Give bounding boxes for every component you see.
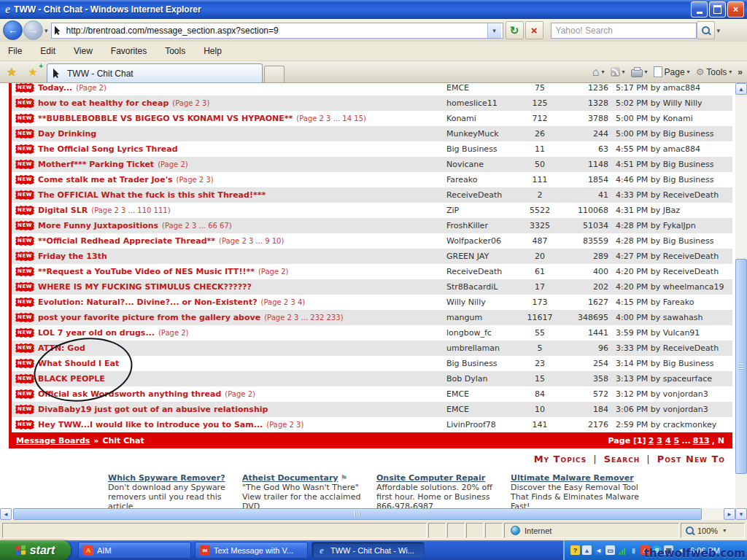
topic-page-links[interactable]: (Page 2 3) [266, 421, 303, 429]
menu-item-favorites[interactable]: Favorites [109, 44, 149, 58]
horizontal-scrollbar[interactable]: ◄ ► [0, 508, 735, 520]
url-dropdown-button[interactable]: ▾ [487, 23, 501, 38]
pagination-next[interactable]: , N [712, 436, 724, 446]
refresh-button[interactable]: ↻ [506, 21, 524, 39]
action-post-new-to[interactable]: Post New To [657, 454, 725, 464]
topic-title[interactable]: DivaBaby19 just got out of an abusive re… [38, 405, 268, 414]
url-input[interactable] [65, 25, 487, 36]
maximize-button[interactable] [709, 1, 726, 18]
topic-page-links[interactable]: (Page 2 3 ... 110 111) [91, 206, 170, 214]
horizontal-scroll-thumb[interactable] [13, 508, 702, 520]
favorites-center-button[interactable]: ★ [3, 63, 20, 81]
topic-page-links[interactable]: (Page 2 3 4) [261, 298, 306, 306]
topic-title[interactable]: The OFFICIAL What the fuck is this shit … [38, 190, 266, 200]
topic-title[interactable]: The Official Song Lyrics Thread [38, 144, 178, 154]
topic-title[interactable]: Friday the 13th [38, 252, 107, 261]
taskbar-task[interactable]: e TWW - Chit Chat - Wi... [311, 542, 425, 559]
menu-item-tools[interactable]: Tools [163, 44, 187, 58]
start-button[interactable]: start [0, 540, 71, 560]
safely-remove-icon[interactable]: ◄ [594, 545, 603, 555]
toolbar-overflow-chevron[interactable]: » [738, 67, 743, 77]
ad-title-link[interactable]: Ultimate Malware Remover [511, 473, 634, 483]
forward-button[interactable]: → [23, 20, 43, 40]
history-dropdown-icon[interactable]: ▾ [44, 27, 48, 34]
back-button[interactable]: ← [3, 20, 23, 40]
scroll-up-button[interactable]: ▲ [735, 83, 747, 95]
pagination-page-link[interactable]: 5 [674, 436, 680, 446]
topic-title[interactable]: **BUBBLEBOBBLE VS BIGEGO VS KONAMI VS HY… [38, 114, 293, 123]
ad-title-link[interactable]: Which Spyware Remover? [108, 473, 225, 483]
topic-page-links[interactable]: (Page 2 3 ... 9 10) [219, 237, 284, 245]
topic-title[interactable]: Hey TWW...I would like to introduce you … [38, 420, 263, 429]
add-favorite-button[interactable]: ★+ [24, 63, 42, 81]
breadcrumb-message-boards-link[interactable]: Message Boards [16, 436, 90, 446]
taskbar-task[interactable]: A AIM [78, 542, 191, 559]
network-icon[interactable]: ▭ [605, 545, 615, 555]
help-icon[interactable]: ? [570, 545, 580, 555]
menu-item-file[interactable]: File [6, 44, 24, 58]
topic-page-links[interactable]: (Page 2 3 ... 232 233) [264, 314, 343, 322]
topic-page-links[interactable]: (Page 2) [158, 329, 189, 337]
topic-page-links[interactable]: (Page 2 3 ... 66 67) [162, 222, 232, 230]
topic-title[interactable]: Evolution: Natural?... Divine?... or Non… [38, 298, 258, 307]
topic-title[interactable]: Motherf*** Parking Ticket [38, 160, 154, 169]
search-options-dropdown-icon[interactable]: ▾ [717, 27, 721, 34]
action-my-topics[interactable]: My Topics [534, 454, 587, 464]
topic-lastpost: 5:02 PM by Willy Nilly [608, 96, 734, 111]
pagination-page-link[interactable]: 3 [657, 436, 662, 446]
vertical-scrollbar[interactable]: ▲ [735, 83, 747, 508]
search-input[interactable] [551, 26, 696, 36]
zoom-control[interactable]: 100% ▾ [681, 523, 745, 538]
wireless-signal-icon[interactable] [617, 545, 627, 555]
topic-page-links[interactable]: (Page 2) [258, 268, 289, 276]
home-button[interactable]: ⌂▾ [589, 63, 608, 81]
page-menu-button[interactable]: Page▾ [651, 63, 693, 81]
feeds-button[interactable]: ▾ [608, 63, 628, 81]
topic-title[interactable]: Digital SLR [38, 206, 88, 215]
topic-page-links[interactable]: (Page 2 3) [177, 176, 214, 184]
tools-menu-button[interactable]: ⚙Tools▾ [693, 63, 735, 81]
topic-title[interactable]: More Funny Juxtapositions [38, 221, 158, 230]
topic-page-links[interactable]: (Page 2 3) [172, 99, 209, 107]
action-search[interactable]: Search [604, 454, 640, 464]
topic-title[interactable]: LOL 7 year old on drugs... [38, 328, 155, 338]
ad-title-link[interactable]: Onsite Computer Repair [376, 473, 485, 483]
new-tab-button[interactable] [264, 66, 285, 82]
menu-item-help[interactable]: Help [201, 44, 224, 58]
topic-title[interactable]: how to eat healthy for cheap [38, 98, 169, 108]
hide-icons-button[interactable]: ▴ [582, 545, 592, 555]
vertical-scroll-thumb[interactable] [735, 259, 747, 474]
stop-button[interactable]: × [525, 21, 543, 39]
scroll-down-button[interactable]: ▼ [735, 508, 747, 520]
topic-page-links[interactable]: (Page 2) [158, 160, 188, 168]
zoom-dropdown-icon[interactable]: ▾ [723, 527, 726, 534]
ad-title-link[interactable]: Atheist Documentary [242, 473, 338, 483]
topic-title[interactable]: **Request a YouTube Video of NES Music I… [38, 267, 255, 276]
task-label: AIM [97, 546, 112, 555]
topic-title[interactable]: Day Drinking [38, 129, 96, 139]
topic-page-links[interactable]: (Page 2) [225, 390, 255, 398]
topic-page-links[interactable]: (Page 2 3 ... 14 15) [296, 114, 366, 122]
topic-row: NEW The Official Song Lyrics Thread Big … [12, 141, 732, 157]
topic-title[interactable]: post your favorite picture from the gall… [38, 313, 260, 322]
scroll-right-button[interactable]: ► [724, 508, 735, 520]
topic-title[interactable]: WHERE IS MY FUCKING STIMULUS CHECK?????? [38, 282, 252, 292]
search-button[interactable] [697, 21, 715, 39]
sponsored-ad: Which Spyware Remover?⚑ Don't download a… [108, 473, 239, 508]
minimize-button[interactable] [691, 1, 708, 18]
topic-title[interactable]: Today... [38, 83, 72, 93]
menu-item-edit[interactable]: Edit [38, 44, 58, 58]
topic-title[interactable]: Come stalk me at Trader Joe's [38, 175, 173, 184]
print-button[interactable]: ▾ [628, 63, 651, 81]
menu-item-view[interactable]: View [71, 44, 95, 58]
pagination-last-page-link[interactable]: 813 [693, 436, 710, 446]
battery-icon[interactable]: ▮ [629, 545, 638, 555]
topic-page-links[interactable]: (Page 2) [76, 84, 107, 92]
pagination-page-link[interactable]: 4 [665, 436, 671, 446]
close-button[interactable]: × [727, 1, 744, 18]
tab-tww-chit-chat[interactable]: TWW - Chit Chat [47, 63, 263, 82]
topic-title[interactable]: **Official Redhead Appreciate Thread** [38, 236, 215, 246]
scroll-left-button[interactable]: ◄ [0, 508, 12, 520]
taskbar-task[interactable]: IM Text Message with V... [195, 542, 308, 559]
pagination-page-link[interactable]: 2 [649, 436, 654, 446]
